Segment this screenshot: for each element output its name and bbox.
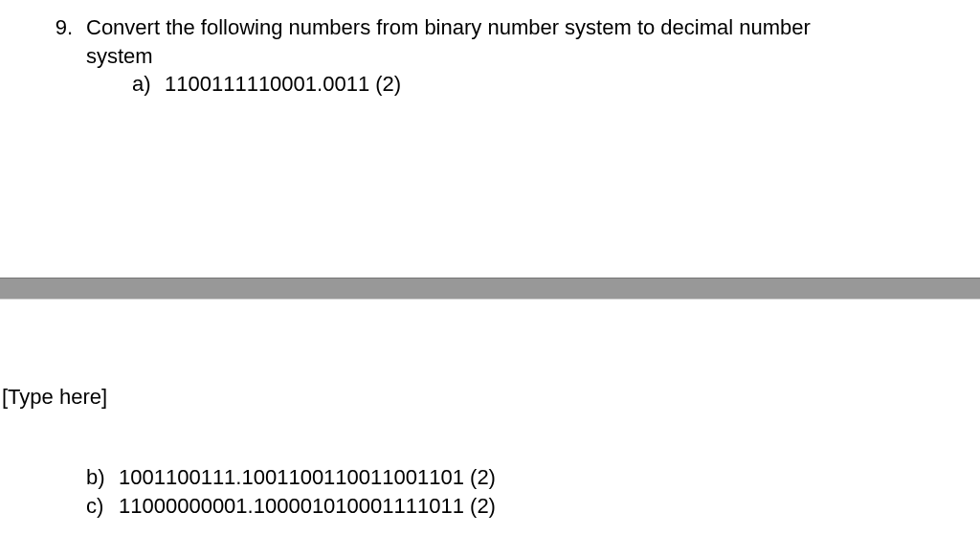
page-divider xyxy=(0,278,980,300)
question-header: 9. Convert the following numbers from bi… xyxy=(46,13,961,70)
sub-item-a: a) 1100111110001.0011 (2) xyxy=(46,70,961,99)
sub-item-c-value: 11000000001.100001010001111011 (2) xyxy=(119,492,496,521)
sub-item-c: c) 11000000001.100001010001111011 (2) xyxy=(0,492,980,521)
sub-item-a-label: a) xyxy=(132,70,165,99)
question-block: 9. Convert the following numbers from bi… xyxy=(0,0,980,99)
sub-item-b-label: b) xyxy=(86,463,119,492)
sub-item-b-value: 1001100111.1001100110011001101 (2) xyxy=(119,463,496,492)
sub-item-c-label: c) xyxy=(86,492,119,521)
type-here-placeholder[interactable]: [Type here] xyxy=(2,383,107,412)
bottom-items: b) 1001100111.1001100110011001101 (2) c)… xyxy=(0,463,980,520)
question-prompt-line2: system xyxy=(86,42,961,71)
question-prompt-line1: Convert the following numbers from binar… xyxy=(86,13,961,42)
question-number: 9. xyxy=(46,13,86,70)
sub-item-a-value: 1100111110001.0011 (2) xyxy=(165,70,401,99)
question-prompt: Convert the following numbers from binar… xyxy=(86,13,961,70)
sub-item-b: b) 1001100111.1001100110011001101 (2) xyxy=(0,463,980,492)
